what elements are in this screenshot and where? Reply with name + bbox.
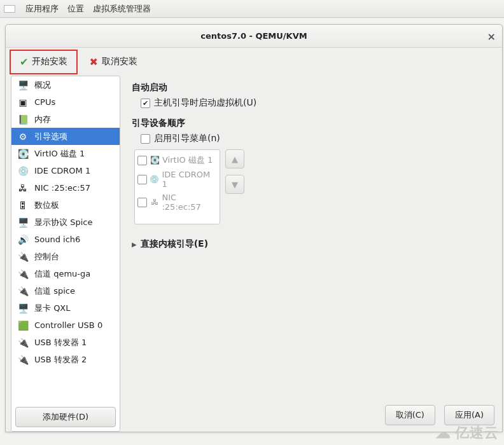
arrow-up-icon: ▲ [232,154,238,164]
sidebar-item-4[interactable]: 💽VirtIO 磁盘 1 [11,145,120,162]
bootmenu-checkbox[interactable] [141,134,150,144]
boot-device-label: IDE CDROM 1 [162,170,217,189]
sidebar-list: 🖥️概况▣CPUs📗内存⚙引导选项💽VirtIO 磁盘 1💿IDE CDROM … [11,76,120,403]
window-title: centos7.0 - QEMU/KVM [200,31,307,41]
sidebar-item-label: 引导选项 [34,131,67,142]
sidebar-item-label: 信道 qemu-ga [34,268,90,280]
sidebar-item-icon: 💽 [17,149,29,159]
desktop-menubar: 应用程序 位置 虚拟系统管理器 [0,0,504,18]
bootmenu-checkbox-label: 启用引导菜单(n) [154,133,220,144]
sidebar-item-icon: 🖧 [17,183,29,193]
active-app-chiclet [4,5,15,13]
sidebar-item-icon: 🔊 [17,235,29,245]
begin-install-label: 开始安装 [32,56,67,67]
sidebar-item-label: 显示协议 Spice [34,217,92,228]
sidebar-item-5[interactable]: 💿IDE CDROM 1 [11,162,120,179]
sidebar-item-0[interactable]: 🖥️概况 [11,76,120,93]
sidebar-item-9[interactable]: 🔊Sound ich6 [11,231,120,248]
bootmenu-checkbox-row[interactable]: 启用引导菜单(n) [141,133,491,144]
boot-panel: 💽VirtIO 磁盘 1💿IDE CDROM 1🖧NIC :25:ec:57 ▲… [134,149,491,224]
move-up-button[interactable]: ▲ [225,149,244,168]
sidebar-item-8[interactable]: 🖥️显示协议 Spice [11,214,120,231]
boot-device-row[interactable]: 🖧NIC :25:ec:57 [136,191,218,214]
sidebar-item-icon: 🖥️ [17,80,29,90]
sidebar-item-label: 显卡 QXL [34,303,71,314]
sidebar-item-16[interactable]: 🔌USB 转发器 2 [11,351,120,368]
sidebar-item-14[interactable]: 🟩Controller USB 0 [11,317,120,334]
sidebar-item-icon: 🎛 [17,200,29,210]
boot-device-checkbox[interactable] [137,198,147,207]
boot-device-row[interactable]: 💿IDE CDROM 1 [136,168,218,191]
sidebar-item-13[interactable]: 🖥️显卡 QXL [11,299,120,317]
sidebar-item-icon: 💿 [17,166,29,176]
menu-vmm[interactable]: 虚拟系统管理器 [93,3,151,15]
cancel-button[interactable]: 取消(C) [385,405,435,425]
cancel-install-button[interactable]: ✖ 取消安装 [81,52,144,72]
sidebar-item-label: VirtIO 磁盘 1 [34,148,85,160]
direct-kernel-expander[interactable]: ▶ 直接内核引导(E) [132,238,491,250]
boot-device-checkbox[interactable] [137,156,147,165]
bootorder-title: 引导设备顺序 [132,118,491,129]
sidebar-item-label: IDE CDROM 1 [34,166,90,175]
sidebar-item-label: Controller USB 0 [34,320,102,330]
autostart-checkbox[interactable] [141,99,150,108]
device-icon: 💿 [150,175,160,184]
sidebar-item-label: 数位板 [34,200,59,211]
sidebar-item-icon: ▣ [17,97,29,107]
boot-device-checkbox[interactable] [137,175,147,184]
apply-button[interactable]: 应用(A) [444,405,494,425]
sidebar-item-label: 内存 [34,114,51,125]
sidebar-item-2[interactable]: 📗内存 [11,111,120,128]
sidebar-item-label: NIC :25:ec:57 [34,183,90,193]
menu-apps[interactable]: 应用程序 [25,3,59,15]
autostart-title: 自动启动 [132,82,491,93]
sidebar-item-label: 概况 [34,79,51,91]
menu-places[interactable]: 位置 [67,3,84,15]
sidebar-item-icon: 🔌 [17,269,29,279]
sidebar-item-1[interactable]: ▣CPUs [11,93,120,111]
sidebar-item-12[interactable]: 🔌信道 spice [11,282,120,299]
sidebar-item-icon: 🔌 [17,286,29,296]
add-hardware-button[interactable]: 添加硬件(D) [15,407,116,427]
disclosure-triangle-icon: ▶ [132,241,137,248]
sidebar-item-icon: 🔌 [17,338,29,348]
vm-config-window: centos7.0 - QEMU/KVM × ✔ 开始安装 ✖ 取消安装 🖥️概… [5,24,503,432]
sidebar-item-6[interactable]: 🖧NIC :25:ec:57 [11,179,120,196]
sidebar-item-3[interactable]: ⚙引导选项 [11,128,120,145]
sidebar-item-label: 信道 spice [34,285,75,297]
sidebar-item-icon: 🖥️ [17,217,29,228]
device-icon: 💽 [150,156,160,165]
reorder-arrows: ▲ ▼ [225,149,244,194]
sidebar-item-7[interactable]: 🎛数位板 [11,196,120,214]
sidebar-item-label: CPUs [34,97,55,107]
sidebar-item-label: Sound ich6 [34,235,80,244]
sidebar-item-icon: 🔌 [17,355,29,365]
sidebar-item-10[interactable]: 🔌控制台 [11,248,120,265]
move-down-button[interactable]: ▼ [225,175,244,194]
sidebar-item-icon: 📗 [17,114,29,125]
boot-device-list[interactable]: 💽VirtIO 磁盘 1💿IDE CDROM 1🖧NIC :25:ec:57 [134,149,220,224]
device-icon: 🖧 [150,198,160,207]
begin-install-button[interactable]: ✔ 开始安装 [10,50,78,74]
sidebar-item-label: USB 转发器 2 [34,354,87,366]
autostart-checkbox-row[interactable]: 主机引导时启动虚拟机(U) [141,97,491,109]
boot-device-label: NIC :25:ec:57 [162,193,217,212]
dialog-buttons: 取消(C) 应用(A) [385,405,494,425]
body: 🖥️概况▣CPUs📗内存⚙引导选项💽VirtIO 磁盘 1💿IDE CDROM … [6,76,502,432]
sidebar: 🖥️概况▣CPUs📗内存⚙引导选项💽VirtIO 磁盘 1💿IDE CDROM … [11,76,120,432]
close-icon[interactable]: × [487,31,496,43]
sidebar-item-label: 控制台 [34,251,59,263]
autostart-checkbox-label: 主机引导时启动虚拟机(U) [154,97,256,109]
x-icon: ✖ [89,56,97,68]
check-icon: ✔ [20,56,28,68]
sidebar-item-15[interactable]: 🔌USB 转发器 1 [11,334,120,351]
sidebar-item-11[interactable]: 🔌信道 qemu-ga [11,265,120,282]
arrow-down-icon: ▼ [232,180,238,189]
boot-device-label: VirtIO 磁盘 1 [162,154,213,166]
sidebar-item-icon: 🖥️ [17,303,29,313]
sidebar-item-label: USB 转发器 1 [34,337,87,348]
sidebar-item-icon: 🟩 [17,320,29,331]
cancel-install-label: 取消安装 [102,56,137,67]
boot-device-row[interactable]: 💽VirtIO 磁盘 1 [136,153,218,168]
sidebar-item-icon: ⚙ [17,132,29,142]
